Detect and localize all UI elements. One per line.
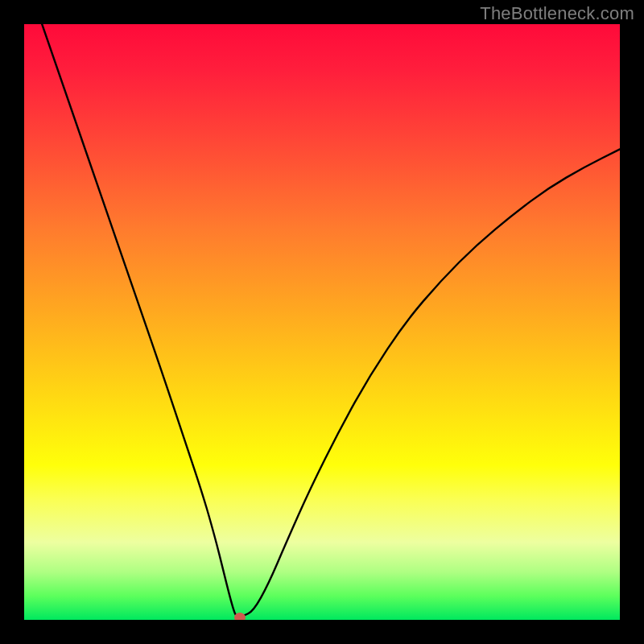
chart-frame: TheBottleneck.com xyxy=(0,0,644,644)
bottleneck-curve xyxy=(42,24,620,617)
plot-area xyxy=(24,24,620,620)
optimum-marker xyxy=(234,613,246,620)
curve-layer xyxy=(24,24,620,620)
watermark-text: TheBottleneck.com xyxy=(480,3,634,24)
